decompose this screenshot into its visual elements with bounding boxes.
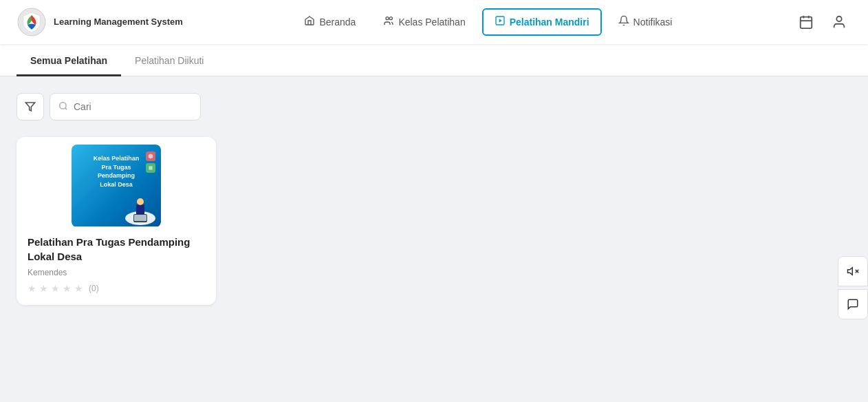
header: Learning Management System Beranda Kelas… bbox=[0, 0, 868, 44]
chat-button[interactable] bbox=[838, 289, 868, 319]
card-body: Pelatihan Pra Tugas Pendamping Lokal Des… bbox=[17, 226, 216, 294]
card-title: Pelatihan Pra Tugas Pendamping Lokal Des… bbox=[28, 235, 205, 264]
nav-item-mandiri[interactable]: Pelatihan Mandiri bbox=[482, 8, 602, 36]
search-bar bbox=[17, 93, 851, 120]
cards-grid: Kelas PelatihanPra TugasPendampingLokal … bbox=[17, 137, 851, 305]
card-rating: ★ ★ ★ ★ ★ (0) bbox=[28, 283, 205, 294]
card-illustration bbox=[120, 189, 161, 226]
svg-marker-4 bbox=[499, 19, 501, 22]
svg-rect-21 bbox=[149, 166, 152, 169]
logo-icon bbox=[17, 7, 47, 37]
svg-point-11 bbox=[60, 102, 66, 108]
tab-diikuti[interactable]: Pelatihan Diikuti bbox=[121, 44, 217, 76]
star-4: ★ bbox=[63, 283, 72, 294]
home-icon bbox=[304, 15, 315, 29]
svg-point-15 bbox=[137, 198, 144, 205]
bell-icon bbox=[618, 15, 629, 29]
profile-button[interactable] bbox=[827, 10, 851, 34]
star-3: ★ bbox=[51, 283, 60, 294]
card-thumbnail: Kelas PelatihanPra TugasPendampingLokal … bbox=[72, 145, 161, 226]
calendar-button[interactable] bbox=[794, 10, 818, 34]
card-author: Kemendes bbox=[28, 268, 205, 277]
header-right bbox=[794, 10, 851, 34]
svg-point-1 bbox=[386, 17, 389, 20]
floating-buttons bbox=[838, 256, 868, 319]
svg-point-20 bbox=[149, 154, 153, 159]
nav-label-mandiri: Pelatihan Mandiri bbox=[510, 17, 589, 28]
card-icons bbox=[146, 151, 155, 173]
tabs-area: Semua Pelatihan Pelatihan Diikuti bbox=[0, 44, 868, 76]
svg-marker-10 bbox=[25, 103, 34, 111]
svg-point-2 bbox=[390, 17, 393, 20]
filter-button[interactable] bbox=[17, 93, 44, 120]
person-group-icon bbox=[383, 15, 394, 29]
search-input-wrap bbox=[50, 93, 201, 120]
rating-count: (0) bbox=[89, 284, 99, 293]
svg-point-9 bbox=[836, 17, 841, 21]
nav-label-kelas: Kelas Pelatihan bbox=[398, 17, 465, 28]
course-card[interactable]: Kelas PelatihanPra TugasPendampingLokal … bbox=[17, 137, 216, 305]
volume-mute-button[interactable] bbox=[838, 256, 868, 286]
star-2: ★ bbox=[39, 283, 48, 294]
main-content: Kelas PelatihanPra TugasPendampingLokal … bbox=[0, 76, 868, 321]
logo-text: Learning Management System bbox=[54, 17, 183, 28]
tab-semua[interactable]: Semua Pelatihan bbox=[17, 44, 121, 76]
play-icon bbox=[495, 15, 506, 29]
nav-label-beranda: Beranda bbox=[319, 17, 356, 28]
svg-rect-19 bbox=[134, 215, 147, 221]
nav-label-notifikasi: Notifikasi bbox=[633, 17, 673, 28]
nav-item-notifikasi[interactable]: Notifikasi bbox=[607, 10, 684, 34]
star-5: ★ bbox=[74, 283, 83, 294]
logo-area: Learning Management System bbox=[17, 7, 183, 37]
svg-rect-5 bbox=[801, 17, 812, 28]
nav-item-kelas[interactable]: Kelas Pelatihan bbox=[372, 10, 476, 34]
star-1: ★ bbox=[28, 283, 36, 294]
svg-line-12 bbox=[65, 107, 67, 109]
main-nav: Beranda Kelas Pelatihan Pelatihan Mandir… bbox=[183, 8, 794, 36]
search-icon bbox=[58, 101, 68, 113]
search-input[interactable] bbox=[74, 101, 192, 112]
svg-marker-22 bbox=[848, 268, 853, 275]
card-image-container: Kelas PelatihanPra TugasPendampingLokal … bbox=[17, 137, 216, 226]
svg-rect-14 bbox=[136, 204, 144, 214]
nav-item-beranda[interactable]: Beranda bbox=[293, 10, 367, 34]
